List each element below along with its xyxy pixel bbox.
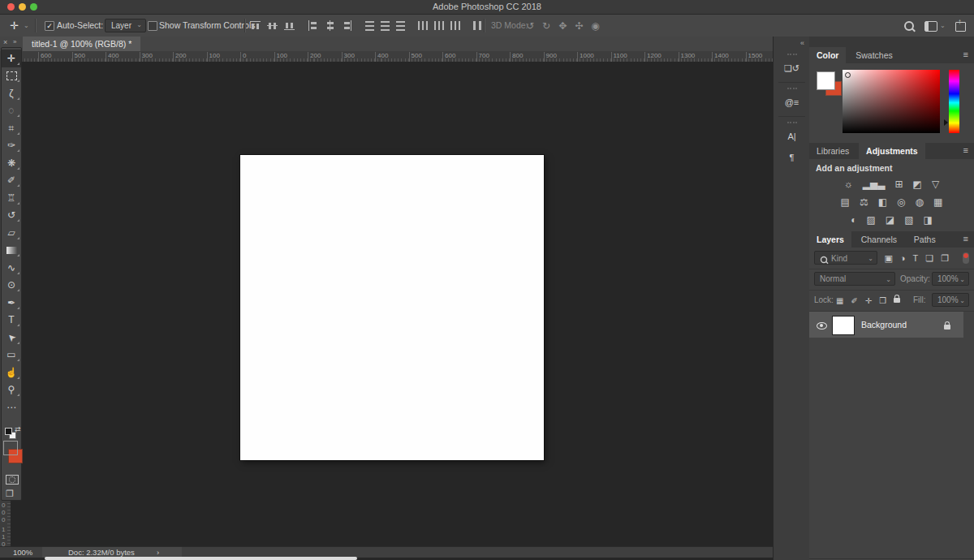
opacity-dropdown[interactable]: 100% ⌄ bbox=[932, 272, 969, 286]
edit-toolbar-tool[interactable]: ⋯ bbox=[2, 398, 21, 416]
selective-color-adjustment-button[interactable]: ◨ bbox=[923, 212, 932, 228]
distribute-left-edges-button[interactable] bbox=[418, 21, 428, 30]
clone-stamp-tool[interactable]: ♖ bbox=[2, 189, 21, 207]
blend-mode-dropdown[interactable]: Normal ⌄ bbox=[814, 272, 895, 286]
layer-filter-kind-dropdown[interactable]: Kind ⌄ bbox=[814, 251, 877, 265]
hue-slider[interactable] bbox=[949, 70, 959, 133]
lock-all-icon[interactable] bbox=[894, 298, 900, 303]
tab-channels[interactable]: Channels bbox=[854, 231, 904, 248]
tab-adjustments[interactable]: Adjustments bbox=[859, 143, 925, 159]
layer-row[interactable]: Background bbox=[809, 312, 963, 338]
vibrance-adjustment-button[interactable]: ▽ bbox=[932, 176, 939, 192]
layer-thumbnail[interactable] bbox=[832, 316, 855, 335]
gradient-tool[interactable] bbox=[2, 242, 21, 260]
fill-dropdown[interactable]: 100% ⌄ bbox=[932, 293, 969, 307]
color-saturation-field[interactable] bbox=[843, 70, 940, 133]
color-balance-adjustment-button[interactable]: ⚖ bbox=[860, 194, 868, 210]
quick-mask-mode-icon[interactable] bbox=[6, 475, 19, 485]
layers-panel-menu-icon[interactable]: ≡ bbox=[963, 234, 968, 243]
photo-filter-adjustment-button[interactable]: ◎ bbox=[897, 194, 905, 210]
distribute-spacing-button[interactable] bbox=[473, 21, 484, 30]
brightness-contrast-adjustment-button[interactable]: ☼ bbox=[844, 176, 853, 192]
adjustments-panel-menu-icon[interactable]: ≡ bbox=[963, 145, 968, 155]
zoom-tool[interactable]: ⚲ bbox=[2, 381, 21, 399]
screen-mode-icon[interactable]: ❐ bbox=[6, 489, 14, 499]
collapse-panels-icon[interactable]: « bbox=[800, 39, 804, 47]
history-panel-button[interactable]: ❏↺ bbox=[780, 59, 804, 77]
rectangle-tool[interactable]: ▭ bbox=[2, 347, 21, 364]
distribute-horizontal-centers-button[interactable] bbox=[434, 21, 444, 30]
distribute-bottom-edges-button[interactable] bbox=[396, 21, 405, 31]
distribute-right-edges-button[interactable] bbox=[450, 21, 460, 30]
threshold-adjustment-button[interactable]: ◪ bbox=[886, 212, 894, 228]
foreground-color-swatch[interactable] bbox=[3, 441, 18, 455]
path-selection-tool[interactable]: ➤ bbox=[2, 329, 21, 347]
tab-swatches[interactable]: Swatches bbox=[848, 47, 900, 63]
search-icon[interactable] bbox=[904, 21, 914, 31]
document-tab[interactable]: titled-1 @ 100% (RGB/8) * bbox=[23, 37, 140, 51]
align-vertical-centers-button[interactable] bbox=[267, 20, 278, 31]
3d-orbit-icon[interactable]: ↺ bbox=[526, 20, 534, 32]
layer-filter-toggle[interactable] bbox=[963, 252, 969, 264]
lock-artboard-icon[interactable]: ❒ bbox=[879, 296, 886, 305]
auto-select-checkbox[interactable]: ✓ bbox=[45, 21, 54, 31]
gradient-map-adjustment-button[interactable]: ▧ bbox=[904, 212, 913, 228]
filter-shape-layers-icon[interactable]: ❏ bbox=[925, 253, 933, 264]
filter-adjustment-layers-icon[interactable]: ◑ bbox=[900, 253, 906, 263]
workspace-chevron-icon[interactable]: ⌄ bbox=[940, 15, 946, 37]
3d-roll-icon[interactable]: ↻ bbox=[542, 20, 550, 32]
lock-transparent-pixels-icon[interactable]: ▦ bbox=[836, 296, 843, 305]
rectangular-marquee-tool[interactable] bbox=[2, 67, 21, 85]
black-and-white-adjustment-button[interactable]: ◧ bbox=[878, 194, 887, 210]
3d-zoom-camera-icon[interactable]: ◉ bbox=[591, 20, 599, 32]
color-panel-menu-icon[interactable]: ≡ bbox=[963, 50, 968, 59]
filter-smart-objects-icon[interactable]: ❐ bbox=[941, 253, 949, 264]
curves-adjustment-button[interactable]: ⊞ bbox=[895, 176, 903, 192]
filter-pixel-layers-icon[interactable]: ▣ bbox=[885, 253, 893, 264]
dodge-tool[interactable]: ⊙ bbox=[2, 277, 21, 295]
hue-saturation-adjustment-button[interactable]: ▤ bbox=[841, 194, 850, 210]
filter-type-layers-icon[interactable]: T bbox=[913, 253, 919, 263]
paragraph-panel-button[interactable]: ¶ bbox=[780, 149, 804, 166]
crop-tool[interactable]: ⌗ bbox=[2, 119, 21, 137]
align-bottom-edges-button[interactable] bbox=[284, 20, 295, 31]
pen-tool[interactable]: ✒ bbox=[2, 294, 21, 312]
align-horizontal-centers-button[interactable] bbox=[325, 20, 335, 31]
align-right-edges-button[interactable] bbox=[342, 20, 352, 31]
eraser-tool[interactable]: ▱ bbox=[2, 224, 21, 242]
glyphs-panel-button[interactable]: @≡ bbox=[780, 93, 804, 111]
invert-adjustment-button[interactable]: ◐ bbox=[851, 212, 856, 228]
zoom-level[interactable]: 100% bbox=[13, 547, 32, 558]
posterize-adjustment-button[interactable]: ▨ bbox=[866, 212, 875, 228]
auto-select-target-dropdown[interactable]: Layer ⌄ bbox=[105, 19, 146, 32]
character-panel-button[interactable]: A| bbox=[780, 127, 804, 145]
quick-selection-tool[interactable]: ◌ bbox=[2, 102, 21, 120]
channel-mixer-adjustment-button[interactable]: ◍ bbox=[916, 194, 924, 210]
lock-image-pixels-icon[interactable]: ✐ bbox=[851, 296, 857, 305]
show-transform-controls-checkbox[interactable] bbox=[148, 21, 157, 31]
horizontal-scrollbar[interactable] bbox=[45, 557, 357, 560]
close-icon[interactable]: × bbox=[3, 38, 7, 46]
3d-slide-icon[interactable]: ✣ bbox=[575, 20, 583, 32]
lasso-tool[interactable]: ζ bbox=[2, 84, 21, 102]
align-left-edges-button[interactable] bbox=[308, 20, 318, 31]
color-foreground-swatch[interactable] bbox=[817, 71, 835, 90]
3d-pan-icon[interactable]: ✥ bbox=[558, 20, 567, 32]
hand-tool[interactable]: ☝ bbox=[2, 364, 21, 381]
tab-libraries[interactable]: Libraries bbox=[809, 143, 856, 159]
history-brush-tool[interactable]: ↺ bbox=[2, 207, 21, 225]
distribute-vertical-centers-button[interactable] bbox=[381, 21, 390, 31]
canvas-document[interactable] bbox=[240, 155, 544, 460]
tab-paths[interactable]: Paths bbox=[907, 231, 943, 248]
eyedropper-tool[interactable]: ✑ bbox=[2, 137, 21, 155]
horizontal-ruler[interactable]: 6005004003002001000100200300400500600700… bbox=[11, 51, 773, 62]
align-top-edges-button[interactable] bbox=[250, 20, 261, 31]
move-tool[interactable]: ✛ bbox=[2, 50, 21, 67]
brush-tool[interactable]: ✐ bbox=[2, 172, 21, 190]
lock-position-icon[interactable]: ✛ bbox=[865, 296, 872, 305]
color-lookup-adjustment-button[interactable]: ▦ bbox=[933, 194, 942, 210]
tab-color[interactable]: Color bbox=[809, 47, 846, 63]
collapse-toolbar-icon[interactable]: » bbox=[13, 38, 16, 46]
tab-layers[interactable]: Layers bbox=[809, 231, 851, 248]
layer-visibility-eye-icon[interactable] bbox=[817, 322, 827, 330]
